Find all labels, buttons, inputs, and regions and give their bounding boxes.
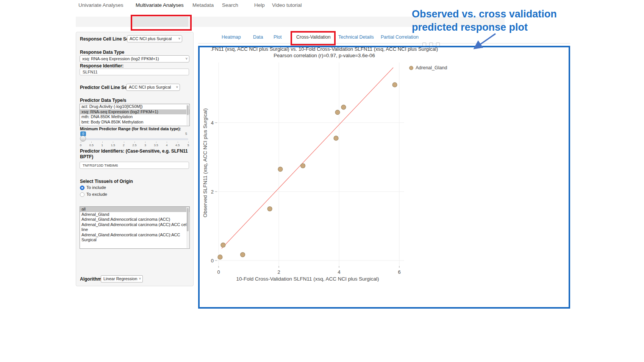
slider-tick-label: 3.5 [154,144,158,147]
list-item[interactable]: xsq: RNA-seq Expression (log2 FPKM+1) [80,109,189,115]
slider-tick [102,142,103,143]
nav-metadata[interactable]: Metadata [192,2,214,8]
slider-tick-label: 4 [166,144,167,147]
list-item[interactable]: mth: DNA 850K Methylation [80,114,189,120]
scrollbar-thumb[interactable] [187,208,189,231]
tab-cross-validation[interactable]: Cross-Validation [296,34,331,40]
nav-multivariate-analyses[interactable]: Multivariate Analyses [136,2,184,8]
slider-tick-label: 5 [188,144,189,147]
modebar-pan-icon[interactable] [436,42,440,46]
x-tick-label: 4 [338,269,340,275]
data-point[interactable] [241,253,245,257]
tissue-origin-label: Select Tissue/s of Origin [80,179,133,184]
list-item[interactable]: act: Drug Activity (-log10[IC50M]) [80,104,189,109]
y-tick-label: 4 [211,120,214,126]
slider-tick-label: 2.5 [132,144,136,147]
predictor-identifiers-input[interactable] [80,162,189,169]
tissue-origin-listbox: all Adrenal_Gland Adrenal_Gland:Adrenoco… [80,206,190,249]
tab-plot[interactable]: Plot [274,34,282,40]
chevron-down-icon: ˅ [139,276,141,282]
list-item[interactable]: Adrenal_Gland:Adrenocortical carcinoma (… [80,222,189,232]
algorithm-select[interactable]: Linear Regression ˅ [101,275,143,282]
legend-marker-icon [409,66,413,70]
radio-to-exclude-label[interactable]: To exclude [86,192,107,197]
data-point[interactable] [301,164,305,168]
list-item[interactable]: bmt: Body DNA 850K Methylation [80,120,189,125]
nav-help[interactable]: Help [254,2,265,8]
plot-title: .FN11 (xsq, ACC NCI plus Surgical) vs. 1… [201,46,447,52]
y-axis-label: Observed SLFN11 (xsq, ACC NCI plus Surgi… [202,108,208,217]
data-point[interactable] [278,167,283,172]
modebar-camera-icon[interactable] [422,42,426,46]
predictor-cell-line-set-select[interactable]: ACC NCI plus Surgical ˅ [126,84,180,91]
data-point[interactable] [267,207,272,211]
response-data-type-label: Response Data Type [80,50,124,55]
slider-tick [145,142,145,143]
nav-active-background [132,17,188,27]
list-item[interactable]: all [80,207,189,212]
tab-technical-details[interactable]: Technical Details [338,34,374,40]
min-predictor-range-label: Minimum Predictor Range (for first liste… [80,126,181,131]
data-point[interactable] [334,136,338,140]
list-item[interactable]: Adrenal_Gland:Adrenocortical carcinoma (… [80,232,189,243]
tab-partial-correlation[interactable]: Partial Correlation [381,34,419,40]
nav-search[interactable]: Search [222,2,238,8]
slider-tick [178,142,178,143]
data-point[interactable] [221,243,225,247]
slider-handle[interactable] [80,136,86,142]
chevron-down-icon: ˅ [178,36,180,42]
list-item[interactable]: Adrenal_Gland [80,212,189,217]
modebar-zoom-icon[interactable] [429,42,433,46]
slider-tick-label: 1.5 [111,144,115,147]
data-point[interactable] [341,105,346,109]
predictor-data-types-label: Predictor Data Type/s [80,98,126,103]
tab-heatmap[interactable]: Heatmap [222,34,241,40]
plot-modebar [422,42,440,46]
slider-tick-label: 1 [102,144,103,147]
tab-divider [198,43,570,44]
slider-tick [134,142,135,143]
legend-item-adrenal-gland[interactable]: Adrenal_Gland [409,65,447,70]
response-identifier-input[interactable] [80,69,189,75]
slider-tick [113,142,113,143]
legend-label: Adrenal_Gland [416,65,447,70]
slider-tick-label: 0.5 [89,144,94,147]
nav-video-tutorial[interactable]: Video tutorial [272,2,302,8]
predictor-cell-line-set-label: Predictor Cell Line Set [80,85,128,90]
predictor-data-types-listbox: act: Drug Activity (-log10[IC50M]) xsq: … [80,104,190,126]
slider-tick-label: 2 [123,144,124,147]
scrollbar[interactable] [186,207,189,248]
slider-tick [188,142,189,143]
min-predictor-range-slider[interactable] [81,138,188,140]
slider-tick [167,142,167,143]
scatter-plot: 0246024 [200,47,569,307]
x-axis-label: 10-Fold Cross-Validation SLFN11 (xsq, AC… [236,276,379,282]
algorithm-label: Algorithm [80,276,102,282]
data-point[interactable] [218,255,222,259]
list-item[interactable]: Adrenal_Gland:Adrenocortical carcinoma (… [80,217,189,222]
tab-data[interactable]: Data [253,34,263,40]
slider-tick-label: 4.5 [175,144,180,147]
x-tick-label: 6 [398,269,400,275]
slider-tick [124,142,124,143]
slider-tick-label: 3 [144,144,146,147]
data-point[interactable] [335,110,340,115]
annotation-text: Observed vs. cross validation predicted … [412,8,557,34]
scrollbar-thumb[interactable] [187,105,189,115]
slider-tick [91,142,92,143]
scrollbar[interactable] [186,105,189,125]
app-screen: Univariate Analyses Multivariate Analyse… [0,0,644,362]
slider-max-label: 5 [185,132,187,136]
response-cell-line-set-select[interactable]: ACC NCI plus Surgical ˅ [127,35,182,42]
predictor-identifiers-label: Predictor Identifiers: (Case-Sensitive, … [80,148,191,160]
y-tick-label: 2 [211,189,214,195]
radio-to-include-label[interactable]: To include [86,185,106,190]
radio-to-include[interactable] [80,186,84,190]
y-tick-label: 0 [211,258,214,264]
radio-to-exclude[interactable] [80,192,84,197]
data-point[interactable] [392,83,397,87]
response-identifier-label: Response Identifier: [80,63,123,69]
nav-univariate-analyses[interactable]: Univariate Analyses [78,2,123,8]
slider-tick-label: 0 [80,144,81,147]
response-data-type-select[interactable]: xsq: RNA-seq Expression (log2 FPKM+1) ˅ [80,55,189,62]
